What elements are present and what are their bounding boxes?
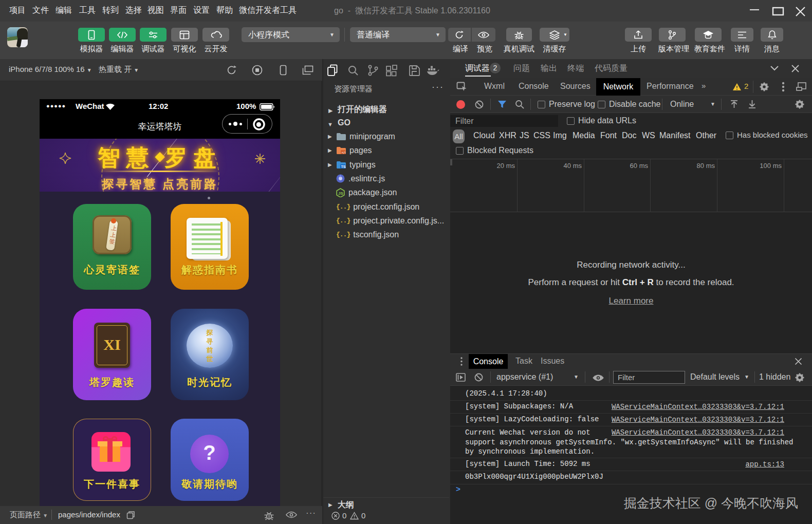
svg-text:JS: JS [338,191,343,196]
svg-text:TS: TS [341,164,346,168]
svg-text:</>: </> [342,150,346,154]
